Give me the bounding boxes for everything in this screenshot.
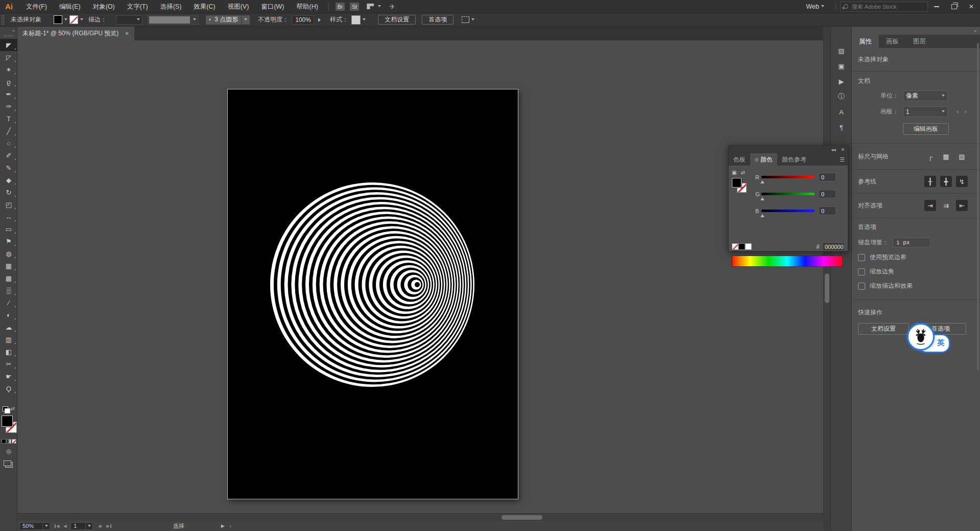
color-spectrum-bar[interactable] (732, 256, 843, 267)
panel-menu-icon[interactable]: ☰ (840, 156, 845, 163)
toolbar-collapse-icon[interactable]: » (0, 27, 17, 33)
mesh-tool[interactable]: ▩ (0, 272, 17, 284)
tab-close-icon[interactable]: ✕ (125, 31, 129, 36)
opacity-flyout-icon[interactable] (318, 18, 323, 22)
b-slider-track[interactable] (761, 210, 815, 212)
vertical-scrollbar[interactable] (823, 40, 830, 513)
unit-dropdown[interactable]: 像素 (903, 90, 948, 101)
scale-strokes-effects-checkbox[interactable] (858, 283, 865, 290)
fill-proxy-swatch[interactable] (732, 178, 742, 188)
paragraph-panel-button[interactable]: ¶ (831, 121, 852, 134)
artboard-navigation-box[interactable]: 1 (70, 522, 86, 530)
snap-to-point-button[interactable]: ⇤ (956, 200, 968, 211)
window-menu[interactable]: 窗口(W) (255, 0, 290, 13)
selection-tool[interactable]: ◤ (0, 39, 17, 51)
tab-properties[interactable]: 属性 (852, 35, 879, 48)
zoom-tool[interactable]: Ϙ (0, 382, 17, 395)
horizontal-scroll-thumb[interactable] (501, 515, 542, 520)
rotate-tool[interactable]: ↻ (0, 186, 17, 198)
panel-collapse-icon[interactable]: ◂◂ (831, 147, 835, 152)
b-slider-thumb[interactable] (760, 212, 764, 217)
zoom-level-box[interactable]: 50% (19, 522, 43, 530)
artboard-options-icon[interactable] (462, 16, 469, 23)
type-menu[interactable]: 文字(T) (121, 0, 154, 13)
actions-panel-button[interactable]: ▶ (831, 75, 852, 88)
column-graph-tool[interactable]: ▥ (0, 333, 17, 345)
smart-guides-button[interactable]: ↯ (956, 176, 968, 187)
horizontal-scrollbar[interactable] (17, 513, 823, 521)
panel-grip[interactable] (1, 15, 5, 25)
color-mode-button[interactable] (2, 439, 6, 444)
document-setup-button[interactable]: 文档设置 (378, 15, 416, 25)
fill-chevron-icon[interactable] (64, 18, 67, 22)
artboard-navigation-chevron[interactable] (86, 522, 93, 530)
width-profile-dropdown[interactable] (148, 15, 199, 25)
artboard-tool[interactable]: ◧ (0, 345, 17, 358)
op-art-artwork[interactable] (228, 89, 518, 499)
ellipse-tool[interactable]: ○ (0, 137, 17, 149)
swap-fill-stroke-icon[interactable]: ⇄ (740, 170, 745, 175)
tab-artboards[interactable]: 画板 (879, 35, 906, 48)
r-slider-thumb[interactable] (760, 178, 764, 183)
r-slider-value[interactable]: 0 (819, 173, 836, 181)
first-artboard-icon[interactable]: ◀ (56, 524, 59, 528)
bridge-badge[interactable]: Br (336, 3, 345, 11)
select-menu[interactable]: 选择(S) (154, 0, 188, 13)
paintbrush-tool[interactable]: ✐ (0, 149, 17, 161)
asset-export-panel-button[interactable]: ▣ (831, 59, 852, 73)
drawing-modes-button[interactable]: ◎ (0, 446, 17, 457)
previous-artboard-icon[interactable] (954, 110, 959, 114)
style-swatch[interactable] (351, 15, 361, 25)
tab-color-guide[interactable]: 颜色参考 (777, 153, 811, 166)
properties-scrollbar[interactable] (977, 43, 979, 370)
panel-close-icon[interactable]: ✕ (841, 147, 845, 152)
scale-corners-checkbox[interactable] (858, 268, 865, 275)
artboard[interactable] (228, 89, 518, 499)
adobe-stock-search[interactable] (840, 2, 928, 12)
document-tab[interactable]: 未标题-1* @ 50% (RGB/GPU 预览) ✕ (17, 27, 134, 40)
edit-artboard-button[interactable]: 编辑画板 (903, 123, 949, 135)
file-menu[interactable]: 文件(F) (20, 0, 53, 13)
status-splitter-icon[interactable]: ‹ (230, 523, 232, 529)
pen-tool[interactable]: ✒ (0, 88, 17, 100)
stroke-weight-dropdown[interactable] (116, 15, 142, 25)
restore-button[interactable] (945, 0, 963, 13)
lock-guides-button[interactable]: ╋ (940, 176, 952, 187)
lasso-tool[interactable]: ϱ (0, 76, 17, 88)
swap-fill-stroke-icon[interactable]: ⇄ (11, 406, 15, 411)
previous-artboard-icon[interactable]: ◀ (63, 524, 66, 528)
none-swatch[interactable] (732, 243, 738, 250)
show-grid-button[interactable]: ▦ (940, 151, 952, 162)
minimize-button[interactable] (928, 0, 945, 13)
magic-wand-tool[interactable]: ✶ (0, 63, 17, 76)
eraser-tool[interactable]: ◆ (0, 174, 17, 186)
gradient-tool[interactable]: ▒ (0, 284, 17, 296)
next-artboard-icon[interactable]: ▶ (99, 524, 102, 528)
object-menu[interactable]: 对象(O) (87, 0, 121, 13)
screen-mode-button[interactable] (0, 459, 17, 470)
artboards-panel-button[interactable]: ▧ (831, 44, 852, 57)
snap-to-pixel-button[interactable]: ⇥ (924, 200, 936, 211)
tab-layers[interactable]: 图层 (906, 35, 933, 48)
stroke-chevron-icon[interactable] (80, 18, 83, 22)
chevron-down-icon[interactable] (378, 5, 381, 9)
view-menu[interactable]: 视图(V) (222, 0, 255, 13)
show-transparency-grid-button[interactable]: ▨ (956, 151, 968, 162)
hex-value-input[interactable]: 000000 (822, 242, 845, 251)
opacity-value[interactable]: 100% (292, 15, 314, 25)
perspective-grid-tool[interactable]: ▦ (0, 260, 17, 272)
show-rulers-button[interactable]: ┌ (924, 151, 936, 162)
gradient-mode-button[interactable] (7, 439, 11, 444)
symbol-sprayer-tool[interactable]: ☁ (0, 321, 17, 333)
brush-definition-chevron[interactable] (242, 15, 250, 25)
tab-swatches[interactable]: 色板 (729, 153, 750, 166)
eyedropper-tool[interactable]: ∕ (0, 296, 17, 309)
style-chevron-icon[interactable] (363, 18, 366, 22)
hand-tool[interactable]: ☛ (0, 370, 17, 382)
toolbar-grip[interactable] (4, 35, 13, 37)
free-transform-tool[interactable]: ▭ (0, 223, 17, 235)
white-swatch[interactable] (745, 243, 752, 250)
snap-to-grid-button[interactable]: ⇉ (940, 200, 952, 211)
puppet-warp-tool[interactable]: ⚑ (0, 235, 17, 247)
dock-collapse-icon[interactable]: » (852, 27, 980, 34)
